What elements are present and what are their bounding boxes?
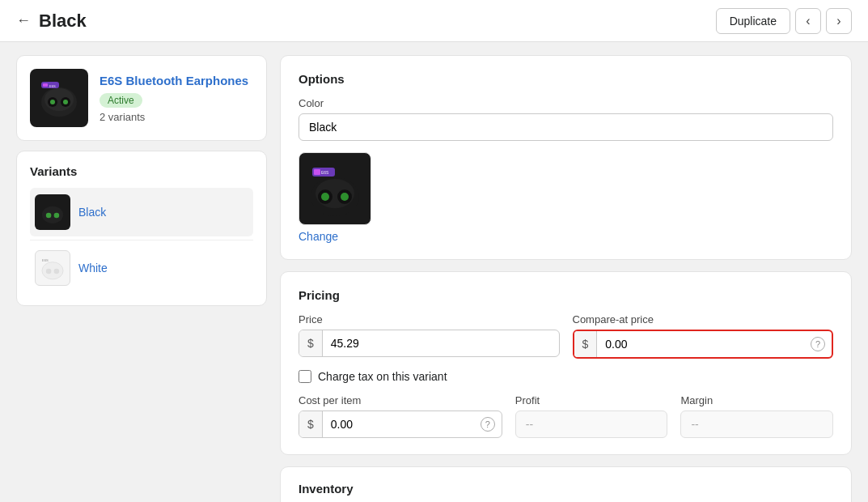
compare-help-icon[interactable]: ? (811, 337, 825, 351)
svg-text:E6S: E6S (49, 84, 56, 88)
svg-point-12 (42, 262, 63, 279)
compare-prefix: $ (574, 331, 598, 357)
svg-point-4 (50, 100, 55, 104)
page-title: Black (39, 11, 87, 32)
svg-point-10 (46, 213, 52, 219)
color-input[interactable] (299, 113, 833, 141)
price-label: Price (299, 313, 560, 325)
top-bar: ← Black Duplicate ‹ › (0, 0, 868, 42)
price-row: Price $ Compare-at price $ ? (299, 313, 833, 359)
price-input[interactable] (323, 330, 559, 356)
variant-name-white: White (78, 262, 108, 274)
svg-point-21 (341, 193, 349, 201)
product-card: E6S E6S Bluetooth Earphones Active 2 var… (16, 55, 267, 141)
pricing-title: Pricing (299, 288, 833, 302)
tax-checkbox-label: Charge tax on this variant (318, 370, 447, 383)
price-field: Price $ (299, 313, 560, 359)
profit-field: Profit (515, 394, 668, 438)
status-badge: Active (100, 93, 142, 108)
svg-point-13 (46, 269, 52, 274)
svg-point-11 (54, 213, 60, 219)
product-thumbnail: E6S (30, 69, 88, 127)
duplicate-button[interactable]: Duplicate (716, 8, 790, 34)
variants-title: Variants (30, 164, 253, 178)
compare-price-input-wrap: $ ? (573, 330, 834, 359)
main-content: E6S E6S Bluetooth Earphones Active 2 var… (0, 42, 868, 502)
cost-input-wrap: $ ? (299, 411, 502, 438)
svg-text:E6S: E6S (42, 258, 49, 262)
right-column: Options Color (280, 55, 852, 502)
variants-card: Variants Black (16, 151, 267, 306)
cost-help-icon[interactable]: ? (481, 417, 495, 432)
inventory-section: Inventory (280, 466, 852, 502)
cost-label: Cost per item (299, 394, 502, 406)
variant-divider (30, 240, 253, 240)
compare-price-field: Compare-at price $ ? (573, 313, 834, 359)
svg-point-20 (321, 193, 329, 201)
svg-rect-23 (314, 169, 320, 175)
inventory-title: Inventory (299, 482, 833, 496)
variants-count: 2 variants (100, 111, 248, 123)
compare-label: Compare-at price (573, 313, 834, 325)
options-title: Options (299, 72, 833, 86)
top-bar-left: ← Black (16, 11, 87, 32)
cost-field: Cost per item $ ? (299, 394, 502, 438)
color-label: Color (299, 97, 833, 109)
left-column: E6S E6S Bluetooth Earphones Active 2 var… (16, 55, 267, 502)
cost-profit-row: Cost per item $ ? Profit Margin (299, 394, 833, 438)
color-image-area: E6S Change (299, 152, 833, 243)
margin-input (680, 411, 833, 438)
margin-label: Margin (680, 394, 833, 406)
pricing-section: Pricing Price $ Compare-at price $ (280, 271, 852, 455)
product-name[interactable]: E6S Bluetooth Earphones (100, 73, 248, 89)
cost-prefix: $ (299, 411, 323, 437)
top-bar-actions: Duplicate ‹ › (716, 8, 852, 34)
change-image-link[interactable]: Change (299, 230, 371, 243)
price-input-wrap: $ (299, 330, 560, 357)
prev-button[interactable]: ‹ (795, 8, 821, 34)
variant-thumb-black (35, 194, 70, 230)
compare-price-input[interactable] (597, 331, 811, 357)
next-button[interactable]: › (826, 8, 852, 34)
variant-thumb-white: E6S (35, 250, 70, 286)
tax-checkbox[interactable] (299, 370, 311, 383)
svg-text:E6S: E6S (321, 170, 329, 175)
profit-input (515, 411, 668, 438)
variant-name-black: Black (78, 206, 106, 219)
cost-input[interactable] (323, 411, 481, 437)
margin-field: Margin (680, 394, 833, 438)
price-prefix: $ (299, 330, 323, 356)
product-info: E6S Bluetooth Earphones Active 2 variant… (100, 73, 248, 124)
svg-point-9 (42, 206, 63, 223)
profit-label: Profit (515, 394, 668, 406)
color-image-container: E6S Change (299, 152, 371, 243)
options-section: Options Color (280, 55, 852, 260)
svg-rect-7 (43, 83, 48, 87)
svg-point-14 (54, 269, 60, 274)
back-button[interactable]: ← (16, 12, 31, 29)
svg-point-5 (63, 100, 68, 104)
variant-item-white[interactable]: E6S White (30, 244, 253, 292)
color-image-box: E6S (299, 152, 371, 225)
tax-checkbox-row: Charge tax on this variant (299, 370, 833, 383)
variant-item-black[interactable]: Black (30, 188, 253, 236)
